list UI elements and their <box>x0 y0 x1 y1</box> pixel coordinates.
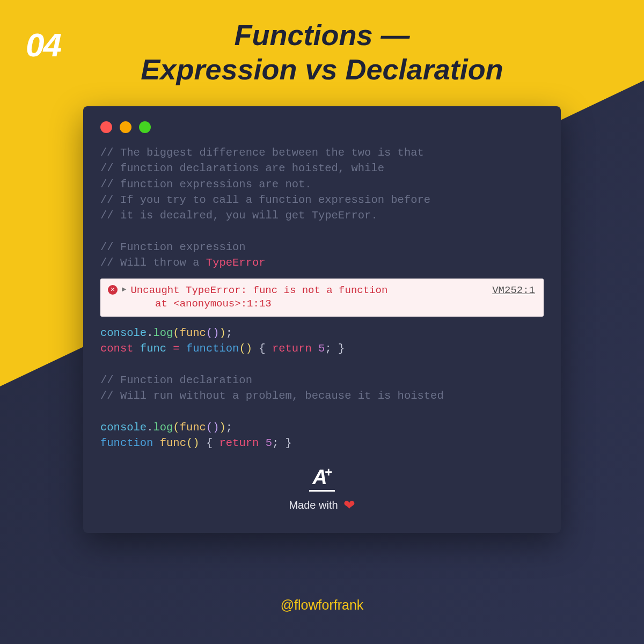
made-with-label: Made with ❤ <box>83 497 561 514</box>
error-line2: at <anonymous>:1:13 <box>130 298 271 310</box>
logo: A+ <box>83 465 561 492</box>
code-editor-window: // The biggest difference between the tw… <box>83 106 561 533</box>
code-block: console.log(func()); const func = functi… <box>83 325 561 451</box>
console-error: ✕ ▶ Uncaught TypeError: func is not a fu… <box>100 279 544 317</box>
window-traffic-lights <box>83 121 561 145</box>
error-icon: ✕ <box>108 285 118 295</box>
author-handle[interactable]: @flowforfrank <box>0 597 644 613</box>
code-block: // The biggest difference between the tw… <box>83 145 561 271</box>
logo-plus: + <box>325 465 332 479</box>
token-console: console <box>100 421 147 434</box>
token-log: log <box>153 327 173 339</box>
token-function: function <box>186 342 239 355</box>
token-log: log <box>153 421 173 434</box>
token-func: func <box>160 437 186 449</box>
highlight-typeerror: TypeError <box>206 257 266 269</box>
logo-underline <box>309 490 335 492</box>
comment-line: // Will run without a problem, because i… <box>100 390 444 402</box>
error-message: Uncaught TypeError: func is not a functi… <box>130 284 488 311</box>
title-line-2: Expression vs Declaration <box>0 53 644 87</box>
token-return: return <box>272 342 312 355</box>
error-source-link[interactable]: VM252:1 <box>492 284 535 298</box>
token-func: func <box>180 421 206 434</box>
comment-line: // it is decalred, you will get TypeErro… <box>100 209 378 222</box>
maximize-icon[interactable] <box>139 121 151 133</box>
comment-line: // The biggest difference between the tw… <box>100 147 424 159</box>
comment-line: // Function declaration <box>100 374 252 386</box>
comment-text: // Will throw a <box>100 257 206 269</box>
comment-line: // Function expression <box>100 241 246 253</box>
error-line1: Uncaught TypeError: func is not a functi… <box>130 284 387 296</box>
token-func-ident: func <box>140 342 166 355</box>
editor-footer: A+ Made with ❤ <box>83 465 561 514</box>
heart-icon: ❤ <box>343 497 355 514</box>
token-const: const <box>100 342 134 355</box>
made-with-text: Made with <box>289 499 338 511</box>
token-return: return <box>219 437 259 449</box>
minimize-icon[interactable] <box>120 121 131 133</box>
token-func: func <box>180 327 206 339</box>
token-console: console <box>100 327 147 339</box>
comment-line: // If you try to call a function express… <box>100 194 430 206</box>
token-number: 5 <box>266 437 272 449</box>
expand-arrow-icon: ▶ <box>122 284 126 295</box>
title-line-1: Functions — <box>0 18 644 53</box>
token-function: function <box>100 437 153 449</box>
token-number: 5 <box>318 342 325 355</box>
comment-line: // function declarations are hoisted, wh… <box>100 162 384 174</box>
comment-line: // Will throw a TypeError <box>100 257 266 269</box>
close-icon[interactable] <box>100 121 112 133</box>
page-title: Functions — Expression vs Declaration <box>0 18 644 86</box>
comment-line: // function expressions are not. <box>100 178 312 191</box>
